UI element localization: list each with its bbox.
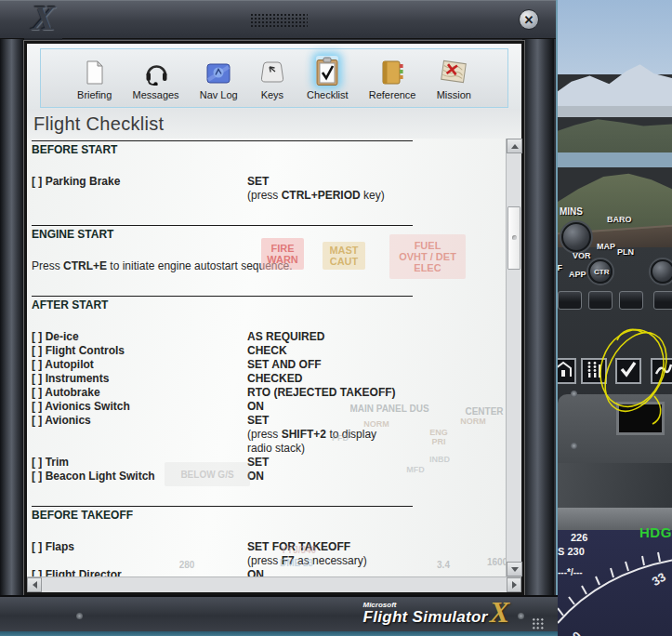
close-button[interactable]: ✕ <box>519 9 539 30</box>
item-value: SET(press CTRL+PERIOD key) <box>247 175 461 203</box>
resize-grip[interactable] <box>532 617 545 629</box>
item-value-text: ON <box>247 470 461 484</box>
map-panel-button[interactable] <box>651 358 672 384</box>
mission-map-icon <box>440 56 468 86</box>
checklist-section: AFTER START[ ] De-iceAS REQUIRED[ ] Flig… <box>32 296 506 484</box>
item-value: CHECK <box>247 344 461 358</box>
kneeboard-window: X ✕ Briefing <box>0 0 558 631</box>
kneeboard-panel: Briefing Messages Nav Log <box>24 41 524 595</box>
efis-button-4[interactable] <box>653 291 672 310</box>
item-value: RTO (REJECTED TAKEOFF) <box>247 386 461 400</box>
fsx-brand-logo: Microsoft Flight Simulator X <box>362 601 509 629</box>
checklist-item[interactable]: [ ] AutobrakeRTO (REJECTED TAKEOFF) <box>32 386 506 400</box>
checklist-item[interactable]: [ ] TrimSET <box>32 456 506 470</box>
item-value-text: SET <box>247 175 461 189</box>
item-note: (press F7 as necessary) <box>247 554 391 568</box>
right-knob[interactable] <box>651 259 672 284</box>
right-arrow-icon <box>512 581 517 589</box>
checklist-item[interactable]: [ ] AvionicsSET(press SHIFT+2 to display… <box>32 414 506 456</box>
checklist-item[interactable]: [ ] FlapsSET FOR TAKEOFF(press F7 as nec… <box>32 540 506 568</box>
efis-button-1[interactable] <box>558 291 582 310</box>
tab-reference[interactable]: Reference <box>369 56 416 100</box>
scroll-left-button[interactable] <box>27 577 42 592</box>
item-label: [ ] Flight Controls <box>32 344 247 358</box>
haze-band <box>558 106 672 117</box>
section-title: ENGINE START <box>32 228 506 241</box>
checklist-panel-button[interactable] <box>615 358 641 384</box>
checklist-item[interactable]: [ ] Avionics SwitchON <box>32 400 506 414</box>
off-label: FF <box>558 263 562 272</box>
checklist-item[interactable]: [ ] Parking BrakeSET(press CTRL+PERIOD k… <box>32 175 506 203</box>
efis-button-3[interactable] <box>619 291 643 310</box>
briefing-document-icon <box>83 56 107 86</box>
item-value: ON <box>247 400 461 414</box>
radio-stack-button[interactable] <box>581 358 607 384</box>
tab-checklist[interactable]: Checklist <box>307 56 349 100</box>
item-label: [ ] Avionics Switch <box>32 400 247 414</box>
tab-navlog[interactable]: Nav Log <box>200 56 238 100</box>
vertical-scrollbar[interactable] <box>506 139 521 576</box>
item-label: [ ] Flaps <box>32 540 247 568</box>
tab-label: Keys <box>261 89 283 100</box>
item-label: [ ] Instruments <box>32 372 247 386</box>
checklist-item[interactable]: [ ] Beacon Light SwitchON <box>32 470 506 484</box>
efis-button-2[interactable] <box>588 291 613 310</box>
pfd-hdg-label: HDG <box>639 524 672 540</box>
atc-button[interactable] <box>558 358 576 384</box>
titlebar-grip[interactable] <box>250 13 308 28</box>
scroll-down-button[interactable] <box>507 562 522 576</box>
baro-label: BARO <box>607 215 632 224</box>
section-divider <box>32 140 413 141</box>
item-value: SET(press SHIFT+2 to display radio stack… <box>247 414 461 456</box>
tab-messages[interactable]: Messages <box>132 56 178 100</box>
scroll-up-button[interactable] <box>507 139 522 153</box>
mins-knob[interactable] <box>561 222 591 252</box>
tab-label: Mission <box>437 89 471 100</box>
tab-briefing[interactable]: Briefing <box>77 56 112 100</box>
item-value-text: SET <box>247 414 461 428</box>
checklist-sections: BEFORE START[ ] Parking BrakeSET(press C… <box>32 140 506 576</box>
section-title: BEFORE TAKEOFF <box>32 509 506 522</box>
toolbar-region: Briefing Messages Nav Log <box>27 44 521 109</box>
screw <box>518 613 524 619</box>
vertical-scroll-thumb[interactable] <box>507 206 520 270</box>
lower-panel <box>558 463 672 508</box>
tab-keys[interactable]: Keys <box>258 56 286 100</box>
brand-name: Flight Simulator <box>362 608 487 627</box>
screenshot-stage: MINS BARO FF VOR MAP PLN APP CTR <box>0 0 672 636</box>
item-value-text: CHECKED <box>247 372 461 386</box>
vertical-scroll-track[interactable] <box>507 153 521 562</box>
item-value-text: AS REQUIRED <box>247 330 461 344</box>
item-value-text: CHECK <box>247 344 461 358</box>
titlebar[interactable]: X ✕ <box>0 0 556 39</box>
compass-33: 33 <box>650 570 668 589</box>
item-value: SET <box>247 456 461 470</box>
section-title: AFTER START <box>32 298 506 311</box>
frame-right <box>522 39 554 595</box>
item-label: [ ] Avionics <box>32 414 247 456</box>
clock-subpanel <box>558 394 672 463</box>
tab-label: Reference <box>369 89 416 100</box>
checklist-item[interactable]: [ ] InstrumentsCHECKED <box>32 372 506 386</box>
toolbar: Briefing Messages Nav Log <box>40 48 508 108</box>
item-value-text: ON <box>247 568 461 576</box>
item-value: SET FOR TAKEOFF(press F7 as necessary) <box>247 540 461 568</box>
bottom-bar: Microsoft Flight Simulator X <box>0 595 558 631</box>
vor-label: VOR <box>573 251 591 260</box>
checklist-item[interactable]: [ ] De-iceAS REQUIRED <box>32 330 506 344</box>
scroll-right-button[interactable] <box>507 577 521 592</box>
checklist-item[interactable]: [ ] Flight ControlsCHECK <box>32 344 506 358</box>
checklist-item[interactable]: [ ] Flight DirectorON <box>32 568 506 576</box>
item-label: [ ] Flight Director <box>32 568 247 576</box>
tab-mission[interactable]: Mission <box>437 56 471 100</box>
checkmark-icon <box>619 361 638 381</box>
checklist-section: BEFORE TAKEOFF[ ] FlapsSET FOR TAKEOFF(p… <box>32 506 506 576</box>
up-arrow-icon <box>511 144 519 149</box>
page-title: Flight Checklist <box>27 113 164 135</box>
item-value: SET AND OFF <box>247 358 461 372</box>
tab-label: Briefing <box>77 89 112 100</box>
horizontal-scrollbar[interactable] <box>27 576 521 592</box>
checklist-content: FIRE WARNMAST CAUTFUEL OVHT / DET ELECMA… <box>27 139 506 576</box>
checklist-item[interactable]: [ ] AutopilotSET AND OFF <box>32 358 506 372</box>
checklist-clipboard-icon <box>316 56 338 86</box>
